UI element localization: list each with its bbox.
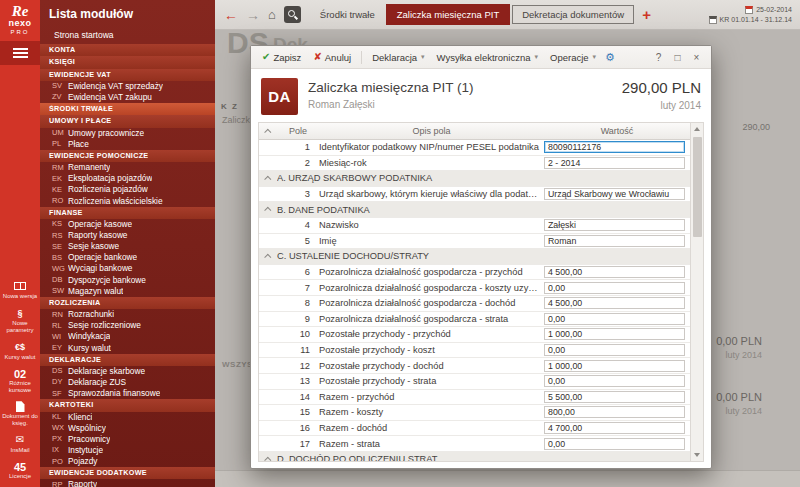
sidebar-item[interactable]: KS Operacje kasowe <box>40 219 215 230</box>
sidebar-item[interactable]: RS Raporty kasowe <box>40 230 215 241</box>
table-row[interactable]: 8 Pozarolnicza działalność gospodarcza -… <box>259 296 690 312</box>
new-tab-button[interactable]: + <box>642 7 651 22</box>
sidebar-item[interactable]: RM Remanenty <box>40 162 215 173</box>
tab[interactable]: Dekretacja dokumentów <box>512 5 634 24</box>
field-value-input[interactable]: 1 000,00 <box>544 360 685 372</box>
table-row[interactable]: 15 Razem - koszty 800,00 <box>259 405 690 421</box>
sidebar-item[interactable]: ROZLICZENIA <box>40 297 215 309</box>
table-row[interactable]: 17 Razem - strata 0,00 <box>259 436 690 452</box>
table-row[interactable]: 9 Pozarolnicza działalność gospodarcza -… <box>259 312 690 328</box>
sidebar-item[interactable]: BS Operacje bankowe <box>40 252 215 263</box>
scrollbar-thumb[interactable] <box>693 137 702 237</box>
declaration-menu-button[interactable]: Deklaracja ▾ <box>367 50 429 65</box>
current-date-chip[interactable]: 25-02-2014 <box>745 6 792 14</box>
field-value-input[interactable]: Roman <box>544 235 685 247</box>
sidebar-item[interactable]: Strona startowa <box>40 27 215 44</box>
field-value-input[interactable]: 0,00 <box>544 438 685 450</box>
column-header-opis-pola[interactable]: Opis pola <box>319 126 544 136</box>
back-icon[interactable]: ← <box>224 8 238 22</box>
field-value-input[interactable]: 4 700,00 <box>544 422 685 434</box>
sidebar-item[interactable]: SF Sprawozdania finansowe <box>40 388 215 399</box>
table-scrollbar[interactable] <box>690 123 703 461</box>
field-value-input[interactable]: 0,00 <box>544 282 685 294</box>
field-value-input[interactable]: 0,00 <box>544 344 685 356</box>
sidebar-item[interactable]: DS Deklaracje skarbowe <box>40 366 215 377</box>
rail-item-nowe-parametry[interactable]: § Nowe parametry <box>0 307 40 334</box>
field-value-input[interactable]: 4 500,00 <box>544 266 685 278</box>
sidebar-item[interactable]: WX Wspólnicy <box>40 423 215 434</box>
sidebar-item[interactable]: KSIĘGI <box>40 56 215 68</box>
sidebar-item[interactable]: PL Płace <box>40 139 215 150</box>
sidebar-item[interactable]: PO Pojazdy <box>40 456 215 467</box>
sidebar-item[interactable]: SE Sesje kasowe <box>40 241 215 252</box>
help-button[interactable]: ? <box>650 52 667 63</box>
search-button[interactable] <box>284 6 301 23</box>
table-row[interactable]: 10 Pozostałe przychody - przychód 1 000,… <box>259 327 690 343</box>
save-button[interactable]: ✔ Zapisz <box>257 50 306 65</box>
field-value-input[interactable]: Załęski <box>544 219 685 231</box>
sidebar-item[interactable]: DB Dyspozycje bankowe <box>40 275 215 286</box>
table-row[interactable]: 14 Razem - przychód 5 500,00 <box>259 390 690 406</box>
section-collapse-button[interactable] <box>259 176 277 181</box>
column-header-pole[interactable]: Pole <box>277 126 319 136</box>
sidebar-item[interactable]: PX Pracownicy <box>40 434 215 445</box>
field-value-input[interactable]: 2 - 2014 <box>544 157 685 169</box>
table-row[interactable]: 11 Pozostałe przychody - koszt 0,00 <box>259 343 690 359</box>
sidebar-item[interactable]: KL Klienci <box>40 412 215 423</box>
electronic-send-menu-button[interactable]: Wysyłka elektroniczna ▾ <box>432 50 543 65</box>
tab[interactable]: Środki trwałe <box>311 5 384 24</box>
table-row[interactable]: 5 Imię Roman <box>259 234 690 250</box>
sidebar-item[interactable]: ZV Ewidencja VAT zakupu <box>40 92 215 103</box>
operations-menu-button[interactable]: Operacje ▾ <box>545 50 601 65</box>
sidebar-item[interactable]: RN Rozrachunki <box>40 309 215 320</box>
rail-item-dokument-do-ksiegowania[interactable]: Dokument do księg. <box>0 400 40 427</box>
table-row[interactable]: 7 Pozarolnicza działalność gospodarcza -… <box>259 280 690 296</box>
sidebar-item[interactable]: RO Rozliczenia właścicielskie <box>40 196 215 207</box>
table-row[interactable]: B. DANE PODATNIKA <box>259 202 690 218</box>
sidebar-item[interactable]: IX Instytucje <box>40 445 215 456</box>
sidebar-item[interactable]: KARTOTEKI <box>40 399 215 411</box>
rail-item-kursy-walut[interactable]: €$ Kursy walut <box>0 341 40 361</box>
table-row[interactable]: 12 Pozostałe przychody - dochód 1 000,00 <box>259 358 690 374</box>
sidebar-item[interactable]: WI Windykacja <box>40 331 215 342</box>
field-value-input[interactable]: 4 500,00 <box>544 297 685 309</box>
field-value-input[interactable]: 80090112176 <box>544 141 685 153</box>
table-row[interactable]: 13 Pozostałe przychody - strata 0,00 <box>259 374 690 390</box>
sidebar-item[interactable]: EWIDENCJE DODATKOWE <box>40 467 215 479</box>
sidebar-item[interactable]: KONTA <box>40 44 215 56</box>
home-icon[interactable]: ⌂ <box>268 8 276 21</box>
cancel-button[interactable]: ✘ Anuluj <box>308 50 356 65</box>
scroll-up-icon[interactable] <box>694 127 700 131</box>
table-row[interactable]: 1 Identyfikator podatkowy NIP/numer PESE… <box>259 140 690 156</box>
table-row[interactable]: 16 Razem - dochód 4 700,00 <box>259 421 690 437</box>
field-value-input[interactable]: 5 500,00 <box>544 391 685 403</box>
sidebar-item[interactable]: EY Kursy walut <box>40 343 215 354</box>
table-row[interactable]: D. DOCHÓD PO ODLICZENIU STRAT <box>259 452 690 461</box>
sidebar-item[interactable]: EWIDENCJE POMOCNICZE <box>40 150 215 162</box>
collapse-all-button[interactable] <box>259 129 277 134</box>
sidebar-item[interactable]: SV Ewidencja VAT sprzedaży <box>40 81 215 92</box>
sidebar-item[interactable]: UMOWY I PŁACE <box>40 115 215 127</box>
field-value-input[interactable]: 0,00 <box>544 375 685 387</box>
sidebar-item[interactable]: DEKLARACJE <box>40 354 215 366</box>
gear-icon[interactable]: ⚙ <box>605 52 615 63</box>
tab[interactable]: Zaliczka miesięczna PIT <box>386 4 510 25</box>
maximize-button[interactable]: □ <box>669 52 686 63</box>
sidebar-item[interactable]: KE Rozliczenia pojazdów <box>40 184 215 195</box>
sidebar-item[interactable]: EWIDENCJE VAT <box>40 69 215 81</box>
sidebar-item[interactable]: EK Eksploatacja pojazdów <box>40 173 215 184</box>
rail-item-roznice-kursowe[interactable]: 02 Różnice kursowe <box>0 368 40 394</box>
sidebar-item[interactable]: ŚRODKI TRWAŁE <box>40 103 215 115</box>
menu-button[interactable] <box>0 41 40 65</box>
section-collapse-button[interactable] <box>259 254 277 259</box>
table-row[interactable]: C. USTALENIE DOCHODU/STRATY <box>259 249 690 265</box>
table-row[interactable]: 4 Nazwisko Załęski <box>259 218 690 234</box>
table-row[interactable]: 6 Pozarolnicza działalność gospodarcza -… <box>259 265 690 281</box>
column-header-wartosc[interactable]: Wartość <box>544 126 690 136</box>
scroll-down-icon[interactable] <box>694 453 700 457</box>
rail-item-licencje[interactable]: 45 Licencje <box>0 461 40 480</box>
field-value-input[interactable]: 0,00 <box>544 313 685 325</box>
sidebar-item[interactable]: SW Magazyn walut <box>40 286 215 297</box>
table-row[interactable]: 2 Miesiąc-rok 2 - 2014 <box>259 156 690 172</box>
sidebar-item[interactable]: WG Wyciągi bankowe <box>40 263 215 274</box>
